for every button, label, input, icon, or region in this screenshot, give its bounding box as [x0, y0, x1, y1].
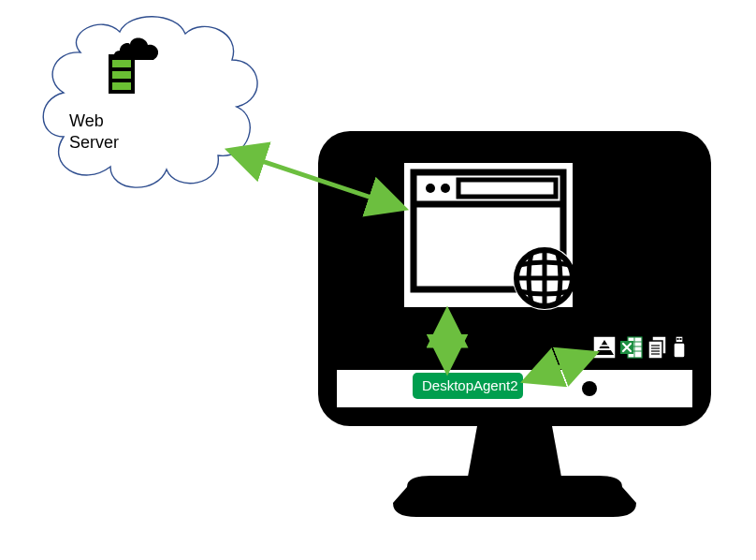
svg-rect-34: [677, 338, 679, 340]
svg-rect-33: [676, 336, 683, 343]
svg-rect-3: [112, 82, 131, 90]
cloud-label-line1: Web: [69, 111, 104, 130]
cloud-label: Web Server: [69, 111, 119, 153]
cloud-server-icon: [99, 34, 165, 99]
taskbar-icons: [592, 335, 687, 360]
svg-point-10: [426, 184, 435, 193]
excel-icon: [619, 335, 644, 360]
svg-point-6: [582, 381, 597, 396]
svg-rect-36: [674, 343, 685, 358]
svg-rect-2: [112, 71, 131, 79]
scanner-icon: [592, 335, 617, 360]
svg-rect-1: [112, 60, 131, 67]
usb-icon: [672, 335, 687, 360]
svg-rect-35: [680, 338, 682, 340]
svg-rect-28: [648, 341, 662, 359]
cloud-label-line2: Server: [69, 133, 119, 152]
documents-icon: [647, 335, 669, 360]
desktop-agent-badge: DesktopAgent2: [413, 373, 523, 399]
web-browser-icon: [404, 163, 573, 313]
svg-point-11: [441, 184, 450, 193]
